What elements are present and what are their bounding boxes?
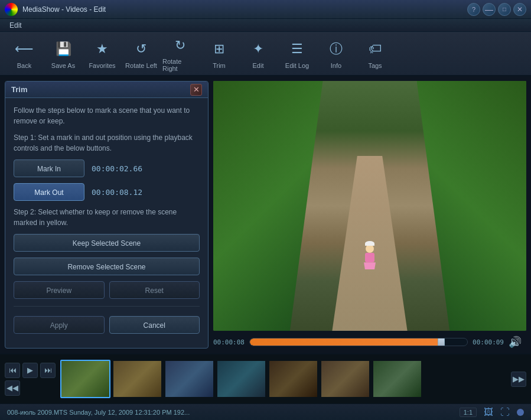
playback-time-end: 00:00:09 (473, 338, 504, 346)
apply-button[interactable]: Apply (14, 316, 105, 334)
film-controls: ⏮ ▶ ⏭ ◀◀ (5, 363, 56, 396)
film-skip-end-button[interactable]: ⏭ (40, 363, 56, 378)
film-thumb-7[interactable] (372, 360, 422, 398)
rotate-right-button[interactable]: ↻ Rotate Right (162, 34, 198, 73)
film-skip-start-button[interactable]: ⏮ (5, 363, 20, 378)
status-zoom-badge[interactable]: 1:1 (460, 408, 477, 417)
trim-step2: Step 2: Select whether to keep or remove… (14, 207, 200, 228)
thumb-image-2 (113, 361, 161, 397)
edit-button[interactable]: ✦ Edit (240, 34, 276, 73)
minimize-button[interactable]: — (483, 3, 496, 16)
trim-panel: Trim ✕ Follow the steps below to mark a … (5, 81, 209, 349)
mark-in-time: 00:00:02.66 (92, 164, 142, 173)
figure-body (365, 253, 374, 262)
figure-skirt (364, 262, 376, 269)
trim-panel-title: Trim (11, 85, 27, 94)
info-icon: ⓘ (325, 38, 347, 60)
thumb-image-3 (165, 361, 213, 397)
tags-icon: 🏷 (364, 38, 386, 60)
trim-body: Follow the steps below to mark a scene t… (5, 98, 208, 348)
trim-button[interactable]: ⊞ Trim (201, 34, 237, 73)
cancel-button[interactable]: Cancel (109, 316, 200, 334)
apply-cancel-row: Apply Cancel (14, 316, 200, 334)
progress-fill (250, 338, 441, 346)
trim-panel-header: Trim ✕ (5, 82, 208, 98)
tags-button[interactable]: 🏷 Tags (357, 34, 393, 73)
filmstrip: ⏮ ▶ ⏭ ◀◀ ▶▶ (0, 353, 531, 403)
menu-bar: Edit (0, 19, 531, 32)
film-thumb-1[interactable] (60, 360, 110, 398)
film-thumbnails (60, 360, 506, 398)
back-icon: ⟵ (14, 38, 35, 60)
thumb-image-4 (217, 361, 265, 397)
rotate-right-icon: ↻ (170, 35, 191, 56)
close-button[interactable]: ✕ (513, 3, 526, 16)
film-thumb-3[interactable] (164, 360, 214, 398)
film-thumb-5[interactable] (268, 360, 318, 398)
app-logo (5, 3, 18, 16)
info-button[interactable]: ⓘ Info (318, 34, 354, 73)
help-button[interactable]: ? (467, 3, 480, 16)
figure-hat (365, 241, 374, 246)
app-title: MediaShow - Videos - Edit (22, 5, 467, 14)
film-nav-forward-button[interactable]: ▶▶ (511, 372, 526, 387)
reset-button[interactable]: Reset (109, 281, 200, 299)
favorites-icon: ★ (92, 38, 113, 60)
edit-icon: ✦ (247, 38, 269, 60)
film-rewind-button[interactable]: ◀◀ (5, 380, 20, 396)
film-ctrl-top-row: ⏮ ▶ ⏭ (5, 363, 56, 378)
mark-out-time: 00:00:08.12 (92, 188, 142, 197)
main-area: Trim ✕ Follow the steps below to mark a … (0, 76, 531, 353)
divider (14, 306, 200, 307)
trim-step1: Step 1: Set a mark in and out position u… (14, 132, 200, 154)
film-thumb-6[interactable] (320, 360, 370, 398)
status-dot (517, 409, 524, 416)
progress-handle[interactable] (438, 338, 445, 346)
rotate-left-icon: ↺ (131, 38, 152, 60)
mark-in-row: Mark In 00:00:02.66 (14, 159, 200, 177)
film-nav: ▶▶ (511, 372, 526, 387)
maximize-button[interactable]: □ (498, 3, 511, 16)
trim-icon: ⊞ (209, 38, 230, 60)
thumb-image-7 (373, 361, 421, 397)
toolbar: ⟵ Back 💾 Save As ★ Favorites ↺ Rotate Le… (0, 32, 531, 76)
film-thumb-2[interactable] (112, 360, 162, 398)
edit-log-icon: ☰ (286, 38, 308, 60)
menu-edit[interactable]: Edit (5, 21, 27, 30)
status-photos-icon[interactable]: 🖼 (484, 407, 493, 418)
figure-head (366, 245, 374, 253)
favorites-button[interactable]: ★ Favorites (84, 34, 120, 73)
playback-time-start: 00:00:08 (213, 338, 245, 346)
title-bar: MediaShow - Videos - Edit ? — □ ✕ (0, 0, 531, 19)
rotate-left-button[interactable]: ↺ Rotate Left (123, 34, 159, 73)
remove-selected-scene-button[interactable]: Remove Selected Scene (14, 258, 200, 275)
edit-log-button[interactable]: ☰ Edit Log (279, 34, 315, 73)
save-as-icon: 💾 (53, 38, 74, 60)
volume-icon[interactable]: 🔊 (509, 336, 522, 349)
progress-track[interactable] (249, 338, 468, 346)
preview-button[interactable]: Preview (14, 281, 105, 299)
film-thumb-4[interactable] (216, 360, 266, 398)
mark-out-button[interactable]: Mark Out (14, 183, 84, 201)
title-controls: ? — □ ✕ (467, 3, 526, 16)
thumb-image-1 (61, 361, 109, 397)
trim-description: Follow the steps below to mark a scene t… (14, 105, 200, 126)
preview-reset-row: Preview Reset (14, 281, 200, 299)
thumb-image-6 (321, 361, 369, 397)
scene-figure (364, 245, 376, 268)
playback-bar: 00:00:08 00:00:09 🔊 (213, 331, 526, 353)
mark-in-button[interactable]: Mark In (14, 159, 84, 177)
status-bar: 008-июль 2009.MTS Sunday, July 12, 2009 … (0, 403, 531, 420)
save-as-button[interactable]: 💾 Save As (45, 34, 82, 73)
keep-selected-scene-button[interactable]: Keep Selected Scene (14, 234, 200, 252)
film-ctrl-bottom-row: ◀◀ (5, 380, 56, 396)
video-scene (213, 81, 526, 331)
video-preview (213, 81, 526, 331)
mark-out-row: Mark Out 00:00:08.12 (14, 183, 200, 201)
film-play-button[interactable]: ▶ (22, 363, 38, 378)
back-button[interactable]: ⟵ Back (6, 34, 43, 73)
status-fullscreen-icon[interactable]: ⛶ (500, 407, 510, 418)
trim-close-button[interactable]: ✕ (190, 84, 202, 96)
video-area: 00:00:08 00:00:09 🔊 (213, 76, 531, 353)
status-text: 008-июль 2009.MTS Sunday, July 12, 2009 … (7, 409, 452, 416)
